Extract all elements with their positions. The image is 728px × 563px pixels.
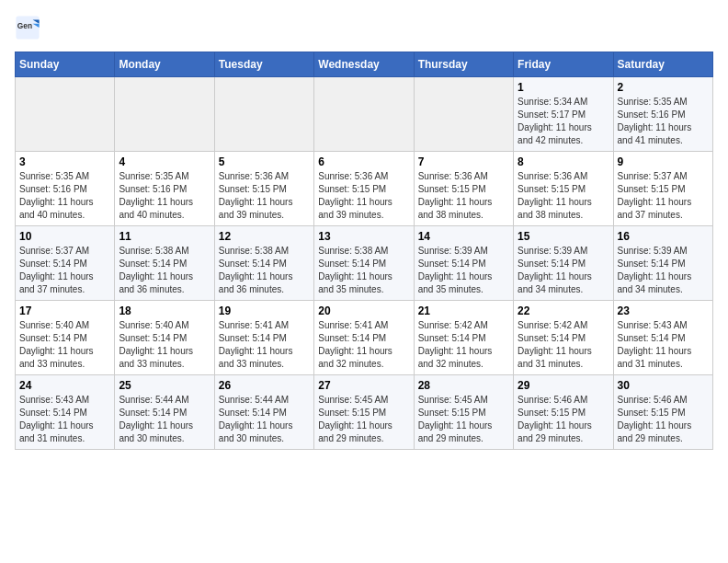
calendar-week-row: 10Sunrise: 5:37 AM Sunset: 5:14 PM Dayli… [16,226,713,301]
calendar-header-row: SundayMondayTuesdayWednesdayThursdayFrid… [16,52,713,77]
calendar-cell: 5Sunrise: 5:36 AM Sunset: 5:15 PM Daylig… [214,152,313,226]
day-number: 29 [518,379,609,392]
day-number: 28 [418,379,509,392]
day-info: Sunrise: 5:38 AM Sunset: 5:14 PM Dayligh… [318,245,409,296]
calendar-cell: 13Sunrise: 5:38 AM Sunset: 5:14 PM Dayli… [314,226,414,301]
calendar-cell [115,77,214,152]
day-info: Sunrise: 5:35 AM Sunset: 5:16 PM Dayligh… [19,170,110,222]
calendar-cell: 29Sunrise: 5:46 AM Sunset: 5:15 PM Dayli… [514,375,613,450]
calendar-cell: 16Sunrise: 5:39 AM Sunset: 5:14 PM Dayli… [613,226,712,301]
calendar-cell: 12Sunrise: 5:38 AM Sunset: 5:14 PM Dayli… [214,226,313,301]
day-info: Sunrise: 5:35 AM Sunset: 5:16 PM Dayligh… [618,96,709,147]
day-info: Sunrise: 5:40 AM Sunset: 5:14 PM Dayligh… [19,319,110,371]
day-info: Sunrise: 5:42 AM Sunset: 5:14 PM Dayligh… [418,319,509,371]
day-number: 8 [518,155,609,168]
day-number: 12 [219,230,310,243]
col-header-sunday: Sunday [16,52,115,77]
day-info: Sunrise: 5:41 AM Sunset: 5:14 PM Dayligh… [318,319,409,371]
day-info: Sunrise: 5:43 AM Sunset: 5:14 PM Dayligh… [618,319,709,371]
calendar-cell: 14Sunrise: 5:39 AM Sunset: 5:14 PM Dayli… [414,226,513,301]
calendar-cell [314,77,414,152]
col-header-friday: Friday [514,52,613,77]
calendar-cell: 17Sunrise: 5:40 AM Sunset: 5:14 PM Dayli… [16,301,115,375]
calendar-cell: 21Sunrise: 5:42 AM Sunset: 5:14 PM Dayli… [414,301,513,375]
header: Gen [15,15,713,40]
calendar-cell [214,77,313,152]
calendar-cell: 1Sunrise: 5:34 AM Sunset: 5:17 PM Daylig… [514,77,613,152]
day-info: Sunrise: 5:36 AM Sunset: 5:15 PM Dayligh… [318,170,409,222]
day-info: Sunrise: 5:44 AM Sunset: 5:14 PM Dayligh… [219,394,310,445]
day-info: Sunrise: 5:36 AM Sunset: 5:15 PM Dayligh… [518,170,609,222]
calendar-cell: 8Sunrise: 5:36 AM Sunset: 5:15 PM Daylig… [514,152,613,226]
day-number: 6 [318,155,409,168]
day-info: Sunrise: 5:39 AM Sunset: 5:14 PM Dayligh… [618,245,709,296]
calendar-cell: 20Sunrise: 5:41 AM Sunset: 5:14 PM Dayli… [314,301,414,375]
calendar-cell: 27Sunrise: 5:45 AM Sunset: 5:15 PM Dayli… [314,375,414,450]
day-info: Sunrise: 5:37 AM Sunset: 5:14 PM Dayligh… [19,245,110,296]
calendar-week-row: 3Sunrise: 5:35 AM Sunset: 5:16 PM Daylig… [16,152,713,226]
day-info: Sunrise: 5:44 AM Sunset: 5:14 PM Dayligh… [119,394,210,445]
day-number: 27 [318,379,409,392]
calendar-week-row: 24Sunrise: 5:43 AM Sunset: 5:14 PM Dayli… [16,375,713,450]
calendar-cell: 4Sunrise: 5:35 AM Sunset: 5:16 PM Daylig… [115,152,214,226]
calendar-table: SundayMondayTuesdayWednesdayThursdayFrid… [15,52,713,450]
svg-text:Gen: Gen [17,21,32,30]
calendar-cell: 11Sunrise: 5:38 AM Sunset: 5:14 PM Dayli… [115,226,214,301]
day-number: 24 [19,379,110,392]
day-info: Sunrise: 5:39 AM Sunset: 5:14 PM Dayligh… [518,245,609,296]
calendar-cell [414,77,513,152]
day-info: Sunrise: 5:46 AM Sunset: 5:15 PM Dayligh… [518,394,609,445]
calendar-week-row: 1Sunrise: 5:34 AM Sunset: 5:17 PM Daylig… [16,77,713,152]
col-header-monday: Monday [115,52,214,77]
day-number: 15 [518,230,609,243]
day-number: 21 [418,304,509,317]
calendar-cell: 15Sunrise: 5:39 AM Sunset: 5:14 PM Dayli… [514,226,613,301]
day-number: 22 [518,304,609,317]
logo-icon: Gen [15,15,40,40]
col-header-tuesday: Tuesday [214,52,313,77]
day-info: Sunrise: 5:38 AM Sunset: 5:14 PM Dayligh… [219,245,310,296]
calendar-cell: 7Sunrise: 5:36 AM Sunset: 5:15 PM Daylig… [414,152,513,226]
calendar-cell: 6Sunrise: 5:36 AM Sunset: 5:15 PM Daylig… [314,152,414,226]
calendar-cell: 3Sunrise: 5:35 AM Sunset: 5:16 PM Daylig… [16,152,115,226]
logo: Gen [15,15,44,40]
day-number: 2 [618,81,709,94]
calendar-cell: 19Sunrise: 5:41 AM Sunset: 5:14 PM Dayli… [214,301,313,375]
day-number: 5 [219,155,310,168]
calendar-cell: 28Sunrise: 5:45 AM Sunset: 5:15 PM Dayli… [414,375,513,450]
calendar-cell: 18Sunrise: 5:40 AM Sunset: 5:14 PM Dayli… [115,301,214,375]
col-header-wednesday: Wednesday [314,52,414,77]
day-number: 16 [618,230,709,243]
day-info: Sunrise: 5:45 AM Sunset: 5:15 PM Dayligh… [318,394,409,445]
day-number: 17 [19,304,110,317]
day-number: 20 [318,304,409,317]
day-info: Sunrise: 5:35 AM Sunset: 5:16 PM Dayligh… [119,170,210,222]
calendar-cell: 10Sunrise: 5:37 AM Sunset: 5:14 PM Dayli… [16,226,115,301]
day-info: Sunrise: 5:41 AM Sunset: 5:14 PM Dayligh… [219,319,310,371]
day-number: 13 [318,230,409,243]
day-info: Sunrise: 5:36 AM Sunset: 5:15 PM Dayligh… [219,170,310,222]
day-number: 3 [19,155,110,168]
calendar-cell: 2Sunrise: 5:35 AM Sunset: 5:16 PM Daylig… [613,77,712,152]
calendar-cell: 22Sunrise: 5:42 AM Sunset: 5:14 PM Dayli… [514,301,613,375]
calendar-cell [16,77,115,152]
day-info: Sunrise: 5:45 AM Sunset: 5:15 PM Dayligh… [418,394,509,445]
day-info: Sunrise: 5:36 AM Sunset: 5:15 PM Dayligh… [418,170,509,222]
calendar-cell: 23Sunrise: 5:43 AM Sunset: 5:14 PM Dayli… [613,301,712,375]
day-number: 10 [19,230,110,243]
day-info: Sunrise: 5:37 AM Sunset: 5:15 PM Dayligh… [618,170,709,222]
day-info: Sunrise: 5:34 AM Sunset: 5:17 PM Dayligh… [518,96,609,147]
day-info: Sunrise: 5:42 AM Sunset: 5:14 PM Dayligh… [518,319,609,371]
col-header-thursday: Thursday [414,52,513,77]
day-info: Sunrise: 5:39 AM Sunset: 5:14 PM Dayligh… [418,245,509,296]
col-header-saturday: Saturday [613,52,712,77]
day-info: Sunrise: 5:46 AM Sunset: 5:15 PM Dayligh… [618,394,709,445]
day-number: 25 [119,379,210,392]
day-number: 9 [618,155,709,168]
day-number: 14 [418,230,509,243]
day-info: Sunrise: 5:40 AM Sunset: 5:14 PM Dayligh… [119,319,210,371]
day-number: 30 [618,379,709,392]
day-number: 1 [518,81,609,94]
calendar-cell: 30Sunrise: 5:46 AM Sunset: 5:15 PM Dayli… [613,375,712,450]
day-number: 7 [418,155,509,168]
